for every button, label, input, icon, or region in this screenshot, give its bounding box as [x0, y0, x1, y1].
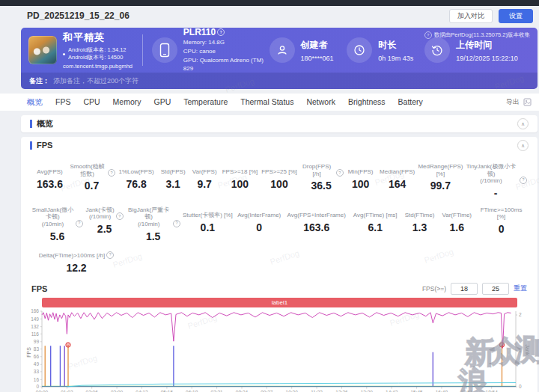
reset-link[interactable]: 重置	[514, 284, 527, 293]
stat-value: 99.7	[430, 180, 451, 192]
svg-text:00:00: 00:00	[36, 390, 49, 392]
info-icon[interactable]: ?	[336, 169, 344, 177]
upload-time-value: 19/12/2025 15:22:10	[456, 55, 518, 62]
report-title: PD_20251219_15_22_06	[27, 10, 449, 21]
svg-text:17:51: 17:51	[460, 390, 473, 392]
tab-cpu[interactable]: CPU	[83, 97, 100, 108]
stat-label: FTime>=100ms [%]	[475, 206, 527, 221]
history-clock-icon	[424, 37, 450, 63]
stat-label: Var(FPS)	[192, 168, 217, 176]
tab-network[interactable]: Network	[306, 97, 335, 108]
svg-text:14:42: 14:42	[386, 390, 398, 392]
info-icon[interactable]: ?	[76, 220, 83, 227]
device-model: PLR110?	[183, 28, 270, 37]
fps-threshold-input-2[interactable]: 25	[482, 283, 509, 295]
stat-label: FPS>=18 [%]	[222, 168, 258, 176]
svg-text:02:06: 02:06	[86, 390, 99, 392]
tab-brightness[interactable]: Brightness	[348, 97, 386, 108]
svg-text:49: 49	[34, 361, 40, 367]
remark-input[interactable]: 备注： 添加备注，不超过200个字符	[21, 73, 538, 89]
tab-memory[interactable]: Memory	[113, 97, 141, 108]
stat-label: Std(FPS)	[161, 168, 186, 176]
stat-value: 76.8	[126, 178, 146, 190]
app-version-code: Android版本号: 14500	[68, 54, 127, 61]
export-image-icon[interactable]	[523, 98, 532, 106]
info-icon[interactable]: ?	[520, 177, 527, 184]
stat-label: Min(FPS)	[348, 168, 374, 176]
stat-label: 1%Low(FPS)	[119, 168, 154, 176]
tab-thermal-status[interactable]: Thermal Status	[240, 97, 293, 108]
stat-value: 100	[352, 178, 369, 190]
person-icon	[270, 37, 295, 63]
stat-value: 12.2	[66, 262, 86, 274]
svg-text:04:12: 04:12	[135, 390, 148, 392]
stat-stutter-%: Stutter(卡顿率) [%]0.1	[180, 206, 235, 242]
chart-label1-bar[interactable]: label1	[42, 298, 517, 307]
stat-jank-10min: Jank(卡顿) (/10min)?2.5	[83, 206, 126, 242]
bullet-dot-icon	[63, 53, 65, 55]
creator-block: 创建者 180****061	[270, 37, 347, 63]
stat-label: BigJank(严重卡顿) (/10min)	[126, 206, 171, 228]
session-header-card: 和平精英 Android版本名: 1.34.12 Android版本号: 145…	[21, 28, 538, 89]
tab-fps[interactable]: FPS	[55, 97, 70, 108]
creator-label: 创建者	[301, 39, 334, 52]
stat-value: 0	[499, 223, 505, 235]
info-icon[interactable]: ?	[173, 220, 180, 227]
device-info-icon[interactable]: ?	[217, 28, 225, 36]
stat-label: Jank(卡顿) (/10min)	[85, 206, 114, 221]
device-memory: Memory: 14.8G	[183, 38, 270, 47]
stat-value: 164	[389, 178, 406, 190]
clock-icon	[347, 37, 372, 63]
perfdog-report-page: PD_20251219_15_22_06 加入对比 设置 和平精英 Androi…	[0, 0, 539, 392]
upload-time-block: 上传时间 19/12/2025 15:22:10	[424, 37, 530, 63]
fps-threshold-input-1[interactable]: 18	[451, 283, 478, 295]
collect-note: ? 数据由PerfDog(11.3.25075.2)版本收集	[423, 31, 530, 39]
stat-value: 0.1	[201, 221, 215, 233]
export-label[interactable]: 导出	[506, 97, 520, 107]
fps-threshold-controls: FPS(>=) 18 25 重置	[422, 283, 527, 295]
app-name: 和平精英	[63, 31, 133, 44]
stat-label: MedRange(FPS)[%]	[417, 163, 464, 177]
stat-value: 100	[270, 178, 287, 190]
app-block: 和平精英 Android版本名: 1.34.12 Android版本号: 145…	[28, 31, 139, 70]
export-control[interactable]: 导出	[506, 97, 532, 107]
tab-temperature[interactable]: Temperature	[183, 97, 228, 108]
svg-text:06:18: 06:18	[186, 390, 198, 392]
overview-collapse-toggle[interactable]: ∧	[517, 118, 529, 129]
stat-label: Avg(InterFrame)	[237, 212, 281, 219]
stat-std-ftime: Std(FTime)1.3	[401, 206, 439, 242]
svg-text:166: 166	[31, 309, 39, 313]
duration-label: 时长	[378, 39, 413, 52]
stat-min-fps: Min(FPS)100	[344, 163, 378, 199]
stat-label: SmallJank(微小卡顿) (/10min)	[31, 206, 74, 228]
device-cpu: CPU: canoe	[183, 47, 270, 56]
svg-text:05:15: 05:15	[161, 390, 174, 392]
svg-text:149: 149	[31, 316, 39, 321]
title-bar: PD_20251219_15_22_06 加入对比 设置	[0, 6, 539, 25]
svg-text:1: 1	[519, 348, 522, 353]
tab-gpu[interactable]: GPU	[154, 97, 171, 108]
overview-card: 概览 ∧	[21, 115, 538, 132]
settings-button[interactable]: 设置	[499, 9, 533, 23]
svg-text:01:03: 01:03	[61, 390, 73, 392]
fps-collapse-toggle[interactable]: ∧	[517, 140, 529, 151]
stat-value: 3.1	[165, 178, 180, 190]
fps-threshold-label: FPS(>=)	[422, 285, 446, 293]
tab-概览[interactable]: 概览	[27, 97, 43, 108]
tab-battery[interactable]: Battery	[398, 97, 423, 108]
info-icon[interactable]: ?	[116, 212, 124, 220]
stat-var-ftime: Var(FTime)1.6	[438, 206, 475, 242]
info-icon[interactable]: ?	[108, 169, 115, 177]
stat-std-fps: Std(FPS)3.1	[157, 163, 189, 199]
stat-value: 0	[256, 221, 262, 233]
fps-line-chart[interactable]: 166149132116998366493316000:0001:0302:06…	[25, 309, 532, 392]
compare-button[interactable]: 加入对比	[449, 9, 493, 23]
svg-text:08:24: 08:24	[236, 390, 249, 392]
svg-text:16: 16	[34, 376, 40, 382]
info-icon[interactable]: ?	[106, 251, 114, 259]
duration-value: 0h 19m 43s	[378, 55, 413, 62]
duration-block: 时长 0h 19m 43s	[347, 37, 424, 63]
svg-text:33: 33	[34, 369, 40, 374]
svg-text:2: 2	[519, 312, 522, 317]
stat-value: 1.3	[412, 221, 427, 233]
